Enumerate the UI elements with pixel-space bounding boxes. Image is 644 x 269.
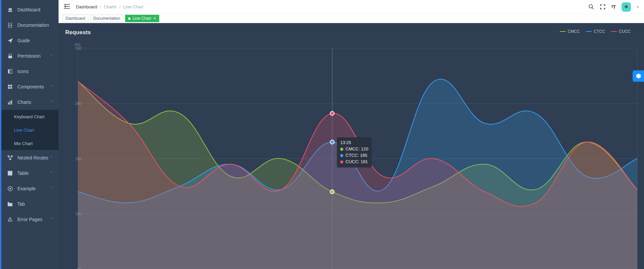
chevron-down-icon: ˅	[51, 54, 53, 58]
sidebar-item-guide[interactable]: Guide	[1, 33, 59, 48]
hamburger-icon[interactable]	[64, 4, 70, 10]
close-icon[interactable]: ✕	[153, 16, 156, 21]
plane-icon	[7, 38, 13, 43]
svg-point-15	[9, 188, 11, 190]
svg-rect-0	[8, 56, 12, 58]
svg-rect-3	[8, 85, 10, 86]
tab-label: Dashboard	[66, 16, 85, 21]
svg-point-18	[589, 5, 592, 8]
nested-icon	[7, 155, 13, 160]
search-icon[interactable]	[588, 4, 594, 10]
svg-rect-11	[11, 155, 13, 157]
header: Dashboard / Charts / Line Chart TT ▾	[59, 0, 644, 14]
lock-icon	[7, 53, 13, 59]
chart-svg	[59, 23, 644, 269]
svg-rect-12	[9, 159, 11, 160]
svg-rect-16	[8, 203, 12, 206]
point-cucc	[330, 111, 334, 115]
sidebar-sub-charts: Keyboard ChartLine ChartMix Chart	[1, 110, 59, 150]
point-ctcc	[330, 140, 334, 144]
breadcrumb-item: Line Chart	[123, 4, 143, 9]
sidebar-item-table[interactable]: Table ˅	[1, 165, 59, 181]
sidebar-item-label: Permission	[17, 53, 40, 59]
error-icon	[7, 217, 13, 222]
sidebar-item-label: Charts	[17, 99, 31, 105]
svg-rect-17	[8, 202, 9, 203]
active-dot-icon	[128, 17, 130, 20]
sidebar-item-label: Nested Routes	[17, 155, 49, 160]
circle-icon	[7, 186, 13, 191]
sidebar-item-label: Error Pages	[17, 217, 42, 222]
svg-rect-9	[11, 100, 12, 104]
main: Dashboard / Charts / Line Chart TT ▾ Das…	[59, 0, 644, 269]
svg-rect-8	[9, 101, 10, 104]
table-icon	[7, 171, 13, 176]
chevron-down-icon: ˅	[51, 217, 53, 222]
layout-icon	[7, 69, 13, 74]
breadcrumb-item[interactable]: Dashboard	[76, 4, 97, 9]
tab-line-chart[interactable]: Line Chart ✕	[125, 15, 159, 22]
tabs-bar: Dashboard Documentation Line Chart ✕	[59, 14, 644, 23]
tab-documentation[interactable]: Documentation	[90, 15, 123, 22]
tab-label: Line Chart	[132, 16, 151, 21]
chevron-down-icon: ˅	[51, 171, 53, 176]
sidebar-item-charts[interactable]: Charts ˄	[1, 94, 59, 110]
chart-panel: Requests CMCC CTCC CUCC (%) 501001502002…	[59, 23, 644, 269]
svg-rect-7	[8, 102, 9, 105]
chart-icon	[7, 99, 13, 105]
sidebar-item-dashboard[interactable]: Dashboard	[1, 2, 59, 17]
chevron-down-icon: ˅	[51, 187, 53, 191]
ytick-label: 100	[75, 212, 81, 216]
svg-rect-4	[10, 85, 12, 86]
sidebar-item-permission[interactable]: Permission ˅	[1, 48, 59, 64]
svg-line-19	[592, 8, 593, 9]
caret-down-icon[interactable]: ▾	[637, 5, 639, 9]
tab-dashboard[interactable]: Dashboard	[63, 15, 88, 22]
sidebar-item-label: Example	[17, 186, 35, 191]
svg-rect-1	[8, 69, 9, 73]
tab-icon	[7, 201, 13, 207]
sidebar-item-label: Dashboard	[17, 7, 40, 12]
chevron-up-icon: ˄	[51, 100, 53, 105]
chevron-down-icon: ˅	[51, 85, 53, 89]
breadcrumb-item: Charts	[104, 4, 116, 9]
sidebar-item-label: Icons	[17, 69, 28, 74]
chevron-down-icon: ˅	[51, 156, 53, 160]
point-cmcc	[330, 190, 334, 194]
sidebar: Dashboard Documentation Guide Permission…	[0, 0, 59, 269]
svg-rect-5	[8, 87, 10, 89]
ytick-label: 250	[75, 46, 81, 50]
sidebar-item-label: Guide	[17, 38, 30, 43]
sidebar-item-error-pages[interactable]: Error Pages ˅	[1, 212, 59, 227]
doc-icon	[7, 22, 13, 28]
sidebar-item-documentation[interactable]: Documentation	[1, 17, 59, 33]
avatar[interactable]	[622, 2, 631, 12]
settings-button[interactable]	[633, 70, 644, 82]
breadcrumb: Dashboard / Charts / Line Chart	[76, 4, 143, 9]
svg-rect-10	[8, 155, 10, 157]
sidebar-item-label: Components	[17, 84, 44, 89]
fullscreen-icon[interactable]	[600, 4, 605, 9]
sidebar-sub-keyboard-chart[interactable]: Keyboard Chart	[1, 110, 59, 123]
sidebar-sub-mix-chart[interactable]: Mix Chart	[1, 137, 59, 150]
sidebar-item-components[interactable]: Components ˅	[1, 79, 59, 94]
svg-rect-6	[10, 87, 12, 89]
svg-rect-13	[8, 171, 12, 175]
sidebar-item-label: Table	[17, 171, 28, 176]
sidebar-item-label: Documentation	[17, 22, 49, 28]
sidebar-item-icons[interactable]: Icons	[1, 64, 59, 79]
textsize-icon[interactable]: TT	[611, 4, 616, 10]
ytick-label: 200	[75, 102, 81, 106]
sidebar-item-label: Tab	[17, 201, 25, 207]
ytick-label: 150	[75, 157, 81, 161]
sidebar-item-example[interactable]: Example ˅	[1, 181, 59, 196]
dashboard-icon	[7, 7, 13, 12]
header-actions: TT ▾	[588, 2, 639, 12]
grid-icon	[7, 84, 13, 89]
tab-label: Documentation	[93, 16, 120, 21]
sidebar-item-tab[interactable]: Tab	[1, 196, 59, 212]
svg-rect-2	[10, 69, 12, 73]
chart-area[interactable]: (%) 50100150200250	[59, 23, 644, 269]
sidebar-item-nested-routes[interactable]: Nested Routes ˅	[1, 150, 59, 165]
sidebar-sub-line-chart[interactable]: Line Chart	[1, 123, 59, 137]
